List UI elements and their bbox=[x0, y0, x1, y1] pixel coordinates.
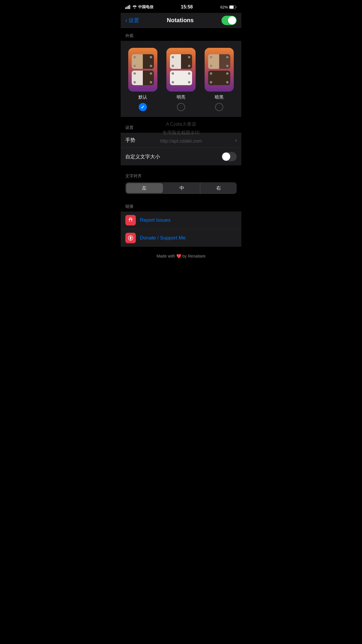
dot-tr bbox=[226, 72, 229, 75]
font-size-right bbox=[222, 152, 237, 161]
dot-bl bbox=[172, 81, 174, 83]
toggle-knob bbox=[228, 16, 236, 24]
font-size-label: 自定义文字大小 bbox=[125, 153, 160, 160]
dot-tl bbox=[133, 56, 136, 58]
status-battery: 62% bbox=[220, 5, 237, 9]
align-right-btn[interactable]: 右 bbox=[200, 182, 237, 194]
svg-point-4 bbox=[134, 8, 135, 9]
gesture-right: › bbox=[235, 138, 237, 143]
report-issues-label: Report Issues bbox=[140, 217, 171, 223]
bug-icon bbox=[125, 215, 136, 225]
appearance-section: 默认 ✓ bbox=[121, 41, 241, 117]
dot-tl bbox=[172, 56, 174, 58]
dot-br bbox=[188, 81, 190, 83]
theme-preview-light bbox=[166, 48, 196, 92]
align-center-btn[interactable]: 中 bbox=[164, 182, 201, 194]
alignment-section: 文字对齐 左 中 右 bbox=[121, 168, 241, 194]
toggle-knob-small bbox=[222, 153, 230, 161]
radio-dark[interactable] bbox=[215, 103, 223, 111]
back-chevron-icon: ‹ bbox=[125, 17, 127, 24]
align-left-label: 左 bbox=[142, 185, 147, 191]
report-issues-item[interactable]: Report Issues bbox=[121, 211, 241, 229]
dot-tl bbox=[133, 72, 136, 75]
main-toggle[interactable] bbox=[222, 16, 237, 25]
svg-rect-0 bbox=[125, 7, 126, 9]
theme-preview-dark bbox=[205, 48, 234, 92]
status-time: 15:58 bbox=[181, 4, 193, 10]
dot-tr bbox=[150, 72, 152, 75]
status-bar: 中国电信 15:58 62% bbox=[121, 0, 241, 13]
gesture-item[interactable]: 手势 › bbox=[121, 133, 241, 148]
links-section: 链接 Report Issues Donate / Support Me bbox=[121, 199, 241, 247]
theme-label-light: 明亮 bbox=[177, 94, 185, 100]
dot-tl bbox=[210, 56, 212, 58]
dot-bl bbox=[172, 65, 174, 67]
links-header: 链接 bbox=[121, 199, 241, 211]
dot-tr bbox=[226, 56, 229, 58]
theme-label-dark: 暗黑 bbox=[215, 94, 224, 100]
dot-bl bbox=[133, 81, 136, 83]
svg-rect-3 bbox=[129, 5, 130, 9]
back-button[interactable]: ‹ 设置 bbox=[125, 17, 139, 24]
dot-br bbox=[226, 81, 229, 83]
dot-br bbox=[150, 81, 152, 83]
dot-tr bbox=[188, 72, 190, 75]
dot-bl bbox=[210, 65, 212, 67]
footer: Made with ❤️ by Renaitare bbox=[121, 247, 241, 265]
donate-icon bbox=[125, 233, 136, 243]
font-size-item[interactable]: 自定义文字大小 bbox=[121, 148, 241, 165]
dot-tr bbox=[188, 56, 190, 58]
footer-author: by Renaitare bbox=[182, 254, 205, 258]
font-size-toggle[interactable] bbox=[222, 152, 237, 161]
dot-br bbox=[188, 65, 190, 67]
back-label: 设置 bbox=[129, 17, 139, 24]
check-icon: ✓ bbox=[141, 104, 145, 110]
dot-br bbox=[150, 65, 152, 67]
align-left-btn[interactable]: 左 bbox=[126, 183, 163, 193]
chevron-icon: › bbox=[235, 138, 237, 143]
dot-bl bbox=[133, 65, 136, 67]
dot-tr bbox=[150, 56, 152, 58]
theme-label-default: 默认 bbox=[138, 94, 147, 100]
radio-default[interactable]: ✓ bbox=[139, 103, 147, 111]
dot-br bbox=[226, 65, 229, 67]
radio-light[interactable] bbox=[177, 103, 185, 111]
dot-tl bbox=[210, 72, 212, 75]
donate-label: Donate / Support Me bbox=[140, 235, 186, 241]
theme-option-dark[interactable]: 暗黑 bbox=[202, 48, 237, 111]
footer-text: Made with bbox=[157, 254, 175, 258]
heart-icon: ❤️ bbox=[176, 254, 181, 258]
dot-tl bbox=[172, 72, 174, 75]
links-list: Report Issues Donate / Support Me bbox=[121, 211, 241, 247]
settings-section: 设置 手势 › 自定义文字大小 bbox=[121, 120, 241, 165]
gesture-label: 手势 bbox=[125, 137, 135, 144]
svg-rect-2 bbox=[128, 6, 129, 9]
settings-header: 设置 bbox=[121, 120, 241, 133]
appearance-header: 外观 bbox=[121, 28, 241, 41]
align-center-label: 中 bbox=[180, 185, 184, 191]
nav-bar: ‹ 设置 Notations bbox=[121, 13, 241, 28]
theme-option-light[interactable]: 明亮 bbox=[164, 48, 198, 111]
donate-item[interactable]: Donate / Support Me bbox=[121, 229, 241, 247]
theme-preview-default bbox=[128, 48, 157, 92]
alignment-control: 左 中 右 bbox=[125, 182, 237, 194]
settings-list: 手势 › 自定义文字大小 bbox=[121, 133, 241, 165]
page-title: Notations bbox=[167, 17, 194, 24]
theme-options: 默认 ✓ bbox=[125, 48, 237, 111]
status-carrier: 中国电信 bbox=[125, 4, 153, 10]
theme-option-default[interactable]: 默认 ✓ bbox=[125, 48, 160, 111]
dot-bl bbox=[210, 81, 212, 83]
align-right-label: 右 bbox=[216, 185, 221, 191]
svg-rect-1 bbox=[127, 6, 128, 9]
svg-rect-6 bbox=[229, 6, 233, 8]
alignment-header: 文字对齐 bbox=[121, 168, 241, 181]
